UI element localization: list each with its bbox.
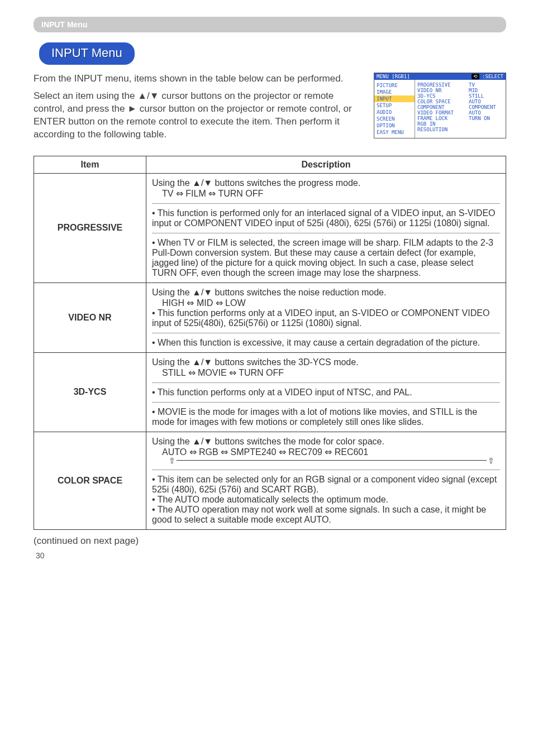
- divider: [152, 402, 500, 403]
- osd-param-value: STILL: [469, 93, 484, 99]
- osd-param-value: TV: [469, 82, 475, 88]
- description-line: Using the ▲/▼ buttons switches the noise…: [152, 288, 500, 298]
- osd-param-value: COMPONENT: [469, 104, 496, 110]
- table-row: VIDEO NRUsing the ▲/▼ buttons switches t…: [34, 283, 506, 352]
- description-line: • When this function is excessive, it ma…: [152, 338, 500, 348]
- arrow-up-left-icon: ⇧: [169, 456, 175, 465]
- page-number: 30: [34, 551, 506, 560]
- settings-table: Item Description PROGRESSIVEUsing the ▲/…: [34, 156, 506, 530]
- options-line: TV ⇔ FILM ⇔ TURN OFF: [152, 188, 500, 199]
- description-line: • This function performs only at a VIDEO…: [152, 387, 500, 398]
- osd-param-name: RGB IN: [417, 121, 469, 127]
- osd-param-value: AUTO: [469, 99, 481, 104]
- osd-right-column: PROGRESSIVETVVIDEO NRMID3D-YCSSTILLCOLOR…: [415, 80, 506, 138]
- description-line: • When TV or FILM is selected, the scree…: [152, 238, 500, 278]
- table-desc-cell: Using the ▲/▼ buttons switches the progr…: [146, 173, 506, 283]
- table-desc-cell: Using the ▲/▼ buttons switches the 3D-YC…: [146, 352, 506, 432]
- table-header-description: Description: [146, 156, 506, 173]
- osd-left-item: IMAGE: [374, 89, 415, 95]
- osd-left-item: SETUP: [374, 102, 415, 109]
- divider: [152, 203, 500, 204]
- intro-paragraph-1: From the INPUT menu, items shown in the …: [34, 73, 365, 85]
- table-row: COLOR SPACEUsing the ▲/▼ buttons switche…: [34, 432, 506, 529]
- osd-left-item: AUDIO: [374, 109, 415, 116]
- page-title: INPUT Menu: [39, 42, 135, 65]
- osd-left-item: OPTION: [374, 122, 415, 129]
- description-line: Using the ▲/▼ buttons switches the progr…: [152, 178, 500, 188]
- divider: [152, 470, 500, 470]
- osd-param-value: TURN ON: [469, 116, 490, 121]
- osd-right-row: COLOR SPACEAUTO: [417, 99, 503, 104]
- osd-param-value: MID: [469, 88, 478, 93]
- intro-text: From the INPUT menu, items shown in the …: [34, 73, 365, 146]
- description-line: • This function performs only at a VIDEO…: [152, 308, 500, 328]
- osd-param-name: VIDEO FORMAT: [417, 110, 469, 116]
- osd-right-row: 3D-YCSSTILL: [417, 93, 503, 99]
- table-item-cell: 3D-YCS: [34, 352, 146, 432]
- osd-right-row: FRAME LOCKTURN ON: [417, 116, 503, 121]
- table-desc-cell: Using the ▲/▼ buttons switches the mode …: [146, 432, 506, 529]
- osd-select-icon: ⟲: [472, 74, 479, 79]
- table-row: PROGRESSIVEUsing the ▲/▼ buttons switche…: [34, 173, 506, 283]
- table-desc-cell: Using the ▲/▼ buttons switches the noise…: [146, 283, 506, 352]
- description-line: • The AUTO operation may not work well a…: [152, 505, 500, 525]
- osd-left-item: SCREEN: [374, 116, 415, 122]
- divider: [152, 333, 500, 333]
- options-line: HIGH ⇔ MID ⇔ LOW: [152, 298, 500, 308]
- osd-param-value: AUTO: [469, 110, 481, 116]
- osd-param-name: RESOLUTION: [417, 127, 469, 132]
- osd-select-label: :SELECT: [482, 74, 503, 79]
- cycle-arrow-line: ⇧⇧: [152, 456, 500, 465]
- osd-param-name: COMPONENT: [417, 104, 469, 110]
- osd-menu-label: MENU [RGB1]: [377, 74, 410, 79]
- description-line: • This function is performed only for an…: [152, 208, 500, 228]
- osd-param-name: COLOR SPACE: [417, 99, 469, 104]
- osd-right-row: VIDEO FORMATAUTO: [417, 110, 503, 116]
- osd-screenshot: MENU [RGB1] ⟲ :SELECT PICTUREIMAGEINPUTS…: [374, 73, 506, 138]
- osd-right-row: COMPONENTCOMPONENT: [417, 104, 503, 110]
- divider: [152, 233, 500, 233]
- osd-param-name: FRAME LOCK: [417, 116, 469, 121]
- osd-right-row: RGB IN: [417, 121, 503, 127]
- table-row: 3D-YCSUsing the ▲/▼ buttons switches the…: [34, 352, 506, 432]
- osd-right-row: PROGRESSIVETV: [417, 82, 503, 88]
- table-item-cell: PROGRESSIVE: [34, 173, 146, 283]
- osd-left-item: INPUT: [374, 95, 415, 102]
- description-line: • The AUTO mode automatically selects th…: [152, 495, 500, 505]
- osd-param-name: 3D-YCS: [417, 93, 469, 99]
- continued-text: (continued on next page): [34, 535, 506, 547]
- intro-paragraph-2: Select an item using the ▲/▼ cursor butt…: [34, 90, 365, 141]
- description-line: Using the ▲/▼ buttons switches the mode …: [152, 437, 500, 447]
- divider: [152, 382, 500, 383]
- osd-right-row: VIDEO NRMID: [417, 88, 503, 93]
- osd-left-item: EASY MENU: [374, 129, 415, 136]
- arrow-up-right-icon: ⇧: [488, 456, 494, 465]
- section-header: INPUT Menu: [34, 17, 506, 32]
- description-line: • MOVIE is the mode for images with a lo…: [152, 407, 500, 427]
- table-item-cell: COLOR SPACE: [34, 432, 146, 529]
- description-line: • This item can be selected only for an …: [152, 475, 500, 495]
- description-line: Using the ▲/▼ buttons switches the 3D-YC…: [152, 357, 500, 367]
- osd-left-item: PICTURE: [374, 82, 415, 89]
- osd-left-column: PICTUREIMAGEINPUTSETUPAUDIOSCREENOPTIONE…: [374, 80, 415, 138]
- table-header-item: Item: [34, 156, 146, 173]
- options-line: STILL ⇔ MOVIE ⇔ TURN OFF: [152, 367, 500, 378]
- osd-param-name: VIDEO NR: [417, 88, 469, 93]
- osd-right-row: RESOLUTION: [417, 127, 503, 132]
- table-item-cell: VIDEO NR: [34, 283, 146, 352]
- osd-param-name: PROGRESSIVE: [417, 82, 469, 88]
